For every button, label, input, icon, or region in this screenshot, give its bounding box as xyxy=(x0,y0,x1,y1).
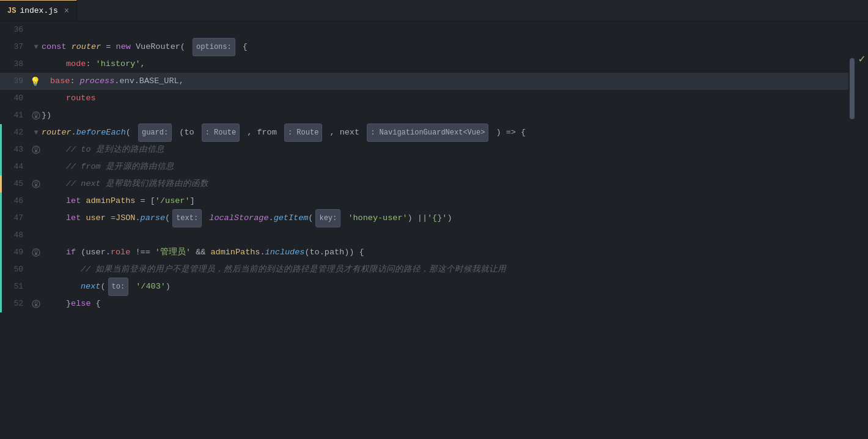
hint-route-to: : Route xyxy=(202,124,240,142)
line-decor-52 xyxy=(31,295,42,312)
line-content-52: } else { xyxy=(42,295,848,312)
line-52: 52 } else { xyxy=(0,295,848,312)
line-content-47: let user = JSON . parse ( text: localSto… xyxy=(42,210,848,227)
line-39: 39 💡 base : process .env.BASE_URL, xyxy=(0,73,848,90)
line-decor-46 xyxy=(31,193,42,210)
line-num-39: 39 xyxy=(0,73,31,90)
line-num-37: 37 xyxy=(0,39,31,56)
line-51: 51 next ( to: '/403' ) xyxy=(0,278,848,295)
line-content-39: base : process .env.BASE_URL, xyxy=(42,73,848,90)
line-decor-43 xyxy=(31,141,42,158)
tab-index-js[interactable]: JS index.js × xyxy=(0,0,77,21)
hint-route-from: : Route xyxy=(284,124,322,142)
lock-icon-49 xyxy=(32,248,40,257)
line-content-41: }) xyxy=(42,107,848,124)
line-decor-48 xyxy=(31,227,42,244)
hint-nav-guard: : NavigationGuardNext<Vue> xyxy=(367,124,488,142)
line-content-50: // 如果当前登录的用户不是管理员，然后当前的到达的路径是管理员才有权限访问的路… xyxy=(42,261,848,278)
line-num-51: 51 xyxy=(0,278,31,295)
line-num-36: 36 xyxy=(0,21,31,39)
editor-container: JS index.js × 36 37 ▼ const xyxy=(0,0,868,439)
line-num-42: 42 xyxy=(0,124,31,141)
line-47: 47 let user = JSON . parse ( text: local… xyxy=(0,210,848,227)
hint-text: text: xyxy=(172,209,202,227)
lock-icon-43 xyxy=(32,146,40,154)
line-41: 41 }) xyxy=(0,107,848,124)
line-decor-44 xyxy=(31,158,42,175)
tab-close-button[interactable]: × xyxy=(64,6,69,16)
svg-rect-5 xyxy=(35,184,37,186)
tab-bar: JS index.js × xyxy=(0,0,868,21)
line-42: 42 ▼ router . beforeEach ( guard: ( to :… xyxy=(0,124,848,141)
line-48: 48 xyxy=(0,227,848,244)
hint-guard: guard: xyxy=(138,124,172,142)
fold-icon-42[interactable]: ▼ xyxy=(32,128,40,137)
vertical-scrollbar[interactable] xyxy=(848,21,856,439)
line-46: 46 let adminPaths = [ '/user' ] xyxy=(0,193,848,210)
lock-icon-52 xyxy=(32,300,40,308)
lock-icon-45 xyxy=(32,180,40,188)
line-38: 38 mode : 'history' , xyxy=(0,56,848,73)
svg-rect-3 xyxy=(35,150,37,152)
line-num-46: 46 xyxy=(0,193,31,210)
tab-filename: index.js xyxy=(20,6,57,15)
checkmark-icon: ✓ xyxy=(859,52,866,65)
line-decor-49 xyxy=(31,244,42,261)
line-content-51: next ( to: '/403' ) xyxy=(42,278,848,295)
line-decor-38 xyxy=(31,56,42,73)
line-37: 37 ▼ const router = new VueRouter( optio… xyxy=(0,39,848,56)
lightbulb-icon-39[interactable]: 💡 xyxy=(30,76,40,87)
line-num-48: 48 xyxy=(0,227,31,244)
line-decor-39: 💡 xyxy=(31,73,42,90)
line-content-43: // to 是到达的路由信息 xyxy=(42,141,848,158)
line-45: 45 // next 是帮助我们跳转路由的函数 xyxy=(0,175,848,193)
fold-icon-37[interactable]: ▼ xyxy=(32,43,40,51)
line-num-40: 40 xyxy=(0,90,31,107)
line-content-48 xyxy=(42,227,848,244)
line-decor-40 xyxy=(31,90,42,107)
line-decor-37: ▼ xyxy=(31,39,42,56)
line-decor-41 xyxy=(31,107,42,124)
line-num-45: 45 xyxy=(0,175,31,193)
hint-to: to: xyxy=(108,278,129,296)
line-content-49: if (user. role !== '管理员' && adminPaths .… xyxy=(42,244,848,261)
line-content-40: routes xyxy=(42,90,848,107)
line-decor-42: ▼ xyxy=(31,124,42,141)
line-num-41: 41 xyxy=(0,107,31,124)
line-36: 36 xyxy=(0,21,848,39)
js-file-icon: JS xyxy=(7,7,16,15)
hint-key: key: xyxy=(315,209,340,227)
line-decor-51 xyxy=(31,278,42,295)
scrollbar-thumb[interactable] xyxy=(850,58,855,119)
code-lines: 36 37 ▼ const router = new VueRouter( xyxy=(0,21,848,439)
line-decor-45 xyxy=(31,175,42,193)
line-num-49: 49 xyxy=(0,244,31,261)
code-area: 36 37 ▼ const router = new VueRouter( xyxy=(0,21,868,439)
line-40: 40 routes xyxy=(0,90,848,107)
line-num-38: 38 xyxy=(0,56,31,73)
line-decor-47 xyxy=(31,210,42,227)
line-43: 43 // to 是到达的路由信息 xyxy=(0,141,848,158)
lock-icon-41 xyxy=(32,111,40,120)
right-gutter: ✓ xyxy=(856,21,868,439)
svg-rect-1 xyxy=(35,116,37,118)
line-50: 50 // 如果当前登录的用户不是管理员，然后当前的到达的路径是管理员才有权限访… xyxy=(0,261,848,278)
line-num-44: 44 xyxy=(0,158,31,175)
line-content-45: // next 是帮助我们跳转路由的函数 xyxy=(42,175,848,193)
line-content-46: let adminPaths = [ '/user' ] xyxy=(42,193,848,210)
line-num-47: 47 xyxy=(0,210,31,227)
line-content-36 xyxy=(42,21,848,39)
svg-rect-9 xyxy=(35,304,37,306)
line-num-50: 50 xyxy=(0,261,31,278)
line-decor-36 xyxy=(31,21,42,39)
line-content-44: // from 是开源的路由信息 xyxy=(42,158,848,175)
line-content-38: mode : 'history' , xyxy=(42,56,848,73)
line-num-52: 52 xyxy=(0,295,31,312)
svg-rect-7 xyxy=(35,253,37,255)
line-content-37: const router = new VueRouter( options: { xyxy=(42,39,848,56)
line-content-42: router . beforeEach ( guard: ( to : Rout… xyxy=(42,124,848,141)
line-num-43: 43 xyxy=(0,141,31,158)
line-44: 44 // from 是开源的路由信息 xyxy=(0,158,848,175)
hint-options: options: xyxy=(193,38,235,56)
line-decor-50 xyxy=(31,261,42,278)
